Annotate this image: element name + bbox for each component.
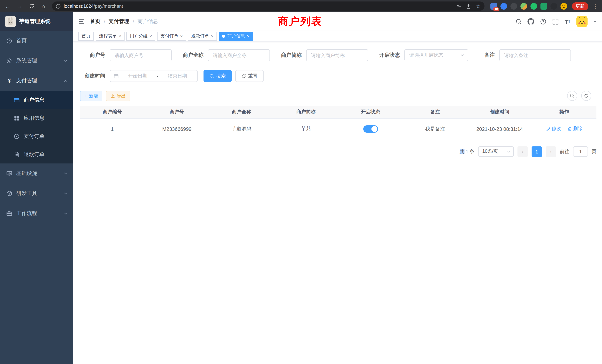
- add-button[interactable]: + 新增: [80, 91, 102, 101]
- extension-octocat-icon[interactable]: [550, 3, 557, 10]
- sidebar-item-app-info[interactable]: 应用信息: [0, 109, 73, 127]
- browser-forward-button[interactable]: →: [15, 1, 24, 11]
- extension-check-icon[interactable]: [530, 3, 537, 10]
- cell-remark: 我是备注: [403, 118, 467, 140]
- dashboard-icon: [6, 38, 12, 44]
- merchant-no-input[interactable]: [110, 49, 172, 61]
- tab-payment-order[interactable]: 支付订单 ×: [157, 32, 186, 41]
- remark-input[interactable]: [499, 49, 571, 61]
- refresh-table-button[interactable]: [581, 91, 591, 101]
- sidebar-item-merchant-info[interactable]: 商户信息: [0, 91, 73, 109]
- breadcrumb-home[interactable]: 首页: [90, 18, 100, 25]
- pagination-total: 共 1 条: [460, 148, 474, 155]
- sidebar-item-label: 退款订单: [24, 151, 44, 158]
- search-button[interactable]: 搜索: [204, 70, 232, 82]
- sidebar-item-payment-order[interactable]: 支付订单: [0, 127, 73, 145]
- delete-link[interactable]: 删除: [568, 126, 582, 132]
- browser-update-button[interactable]: 更新: [572, 2, 588, 10]
- col-header-remark: 备注: [403, 106, 467, 118]
- tab-merchant-info[interactable]: 商户信息 ×: [219, 32, 253, 41]
- sidebar-logo[interactable]: 芋道管理系统: [0, 12, 73, 31]
- extension-dark-icon[interactable]: [510, 3, 517, 10]
- extension-pin-icon[interactable]: [500, 3, 507, 10]
- goto-page-input[interactable]: [573, 146, 588, 157]
- create-time-label: 创建时间: [80, 73, 105, 79]
- page-number-button[interactable]: 1: [532, 146, 542, 157]
- create-time-range-picker[interactable]: 开始日期 - 结束日期: [110, 70, 198, 82]
- browser-reload-button[interactable]: [27, 1, 36, 11]
- table-row: 1 M233666999 芋道源码 芋艿 我是备注 2021-10-23 08:…: [80, 118, 596, 140]
- extensions-area: 10 更新 ⋮: [488, 2, 599, 10]
- close-icon[interactable]: ×: [149, 34, 152, 38]
- close-icon[interactable]: ×: [211, 34, 214, 38]
- document-icon: [14, 151, 20, 157]
- sidebar-item-payment[interactable]: ¥ 支付管理: [0, 71, 73, 91]
- sidebar-item-home[interactable]: 首页: [0, 31, 73, 51]
- sidebar-item-label: 支付订单: [24, 133, 44, 139]
- help-icon[interactable]: [540, 18, 546, 25]
- status-toggle[interactable]: [363, 125, 378, 133]
- bookmark-star-icon[interactable]: ☆: [475, 3, 481, 10]
- short-name-input[interactable]: [306, 49, 368, 61]
- pikachu-avatar-icon: [576, 16, 588, 27]
- extension-grid-icon[interactable]: 10: [490, 3, 497, 10]
- close-icon[interactable]: ×: [247, 34, 249, 38]
- tab-label: 用户分组: [130, 33, 148, 39]
- user-avatar[interactable]: [576, 16, 588, 27]
- page-size-select[interactable]: 10条/页: [478, 146, 514, 157]
- sidebar-item-infrastructure[interactable]: 基础设施: [0, 163, 73, 183]
- sidebar-item-dev-tools[interactable]: 研发工具: [0, 183, 73, 203]
- export-button[interactable]: 导出: [106, 91, 130, 101]
- reset-button[interactable]: 重置: [235, 70, 264, 82]
- close-icon[interactable]: ×: [180, 34, 183, 38]
- browser-home-button[interactable]: ⌂: [39, 1, 48, 11]
- breadcrumb-payment[interactable]: 支付管理: [109, 18, 129, 25]
- goto-label: 前往: [560, 148, 569, 155]
- chevron-down-icon[interactable]: [593, 20, 597, 23]
- close-icon[interactable]: ×: [118, 34, 121, 38]
- tab-home[interactable]: 首页: [78, 32, 94, 41]
- search-icon: [570, 93, 575, 98]
- tab-user-group[interactable]: 用户分组 ×: [126, 32, 155, 41]
- password-key-icon[interactable]: [456, 3, 461, 9]
- sidebar-item-system[interactable]: 系统管理: [0, 51, 73, 71]
- briefcase-icon: [6, 211, 12, 216]
- fullscreen-icon[interactable]: [552, 18, 559, 25]
- sidebar-item-label: 支付管理: [16, 77, 37, 84]
- page-info-icon[interactable]: [56, 3, 61, 9]
- extension-note-icon[interactable]: [540, 3, 547, 10]
- toggle-search-button[interactable]: [567, 91, 577, 101]
- github-icon[interactable]: [527, 18, 534, 25]
- filter-merchant-no: 商户号: [80, 49, 172, 61]
- font-size-icon[interactable]: TT: [564, 18, 571, 25]
- breadcrumb-separator: /: [104, 19, 105, 24]
- top-navbar: 首页 / 支付管理 / 商户信息 商户列表: [73, 12, 602, 31]
- sidebar-item-label: 系统管理: [16, 57, 37, 64]
- browser-toolbar: ← → ⌂ localhost:1024/pay/merchant ☆ 10: [0, 0, 602, 12]
- sidebar-item-refund-order[interactable]: 退款订单: [0, 145, 73, 163]
- extension-multicolor-icon[interactable]: [520, 3, 527, 10]
- filter-row-2: 创建时间 开始日期 - 结束日期 搜索 重置: [80, 70, 596, 82]
- tab-refund-order[interactable]: 退款订单 ×: [188, 32, 217, 41]
- hamburger-icon[interactable]: [78, 18, 85, 25]
- delete-link-label: 删除: [573, 126, 582, 132]
- edit-link[interactable]: 修改: [546, 126, 561, 132]
- prev-page-button[interactable]: ‹: [517, 146, 528, 157]
- date-start-placeholder: 开始日期: [122, 73, 154, 79]
- add-button-label: 新增: [89, 93, 98, 99]
- browser-back-button[interactable]: ←: [3, 1, 13, 11]
- tab-process-form[interactable]: 流程表单 ×: [96, 32, 125, 41]
- sidebar-item-label: 应用信息: [24, 115, 44, 121]
- next-page-button[interactable]: ›: [546, 146, 556, 157]
- share-icon[interactable]: [466, 3, 471, 9]
- full-name-input[interactable]: [208, 49, 270, 61]
- cell-merchant-id: 1: [80, 118, 145, 140]
- status-select[interactable]: 请选择开启状态: [404, 49, 468, 61]
- browser-menu-button[interactable]: ⋮: [592, 3, 599, 9]
- browser-profile-avatar[interactable]: [560, 3, 567, 10]
- sidebar-item-workflow[interactable]: 工作流程: [0, 203, 73, 224]
- address-bar[interactable]: localhost:1024/pay/merchant ☆: [52, 1, 484, 11]
- header-search-icon[interactable]: [515, 18, 522, 25]
- tab-label: 首页: [82, 33, 90, 39]
- reset-button-label: 重置: [248, 73, 258, 79]
